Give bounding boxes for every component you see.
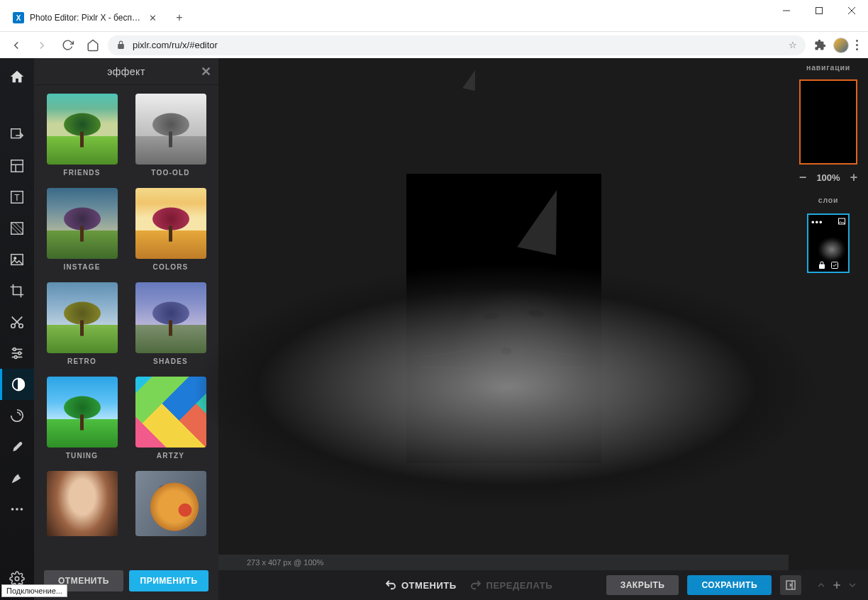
url-text: pixlr.com/ru/x/#editor: [133, 40, 218, 50]
browser-status-text: Подключение...: [1, 584, 67, 597]
layer-down-icon[interactable]: [847, 579, 858, 591]
browser-tab[interactable]: X Photo Editor: Pixlr X - бесплатны ✕: [6, 6, 164, 30]
layer-lock-icon[interactable]: [818, 261, 826, 270]
tab-close-icon[interactable]: ✕: [149, 13, 157, 23]
save-button[interactable]: СОХРАНИТЬ: [687, 575, 772, 595]
layer-type-image-icon: [838, 217, 846, 226]
layer-thumbnail[interactable]: •••: [807, 213, 850, 273]
browser-menu-button[interactable]: [856, 40, 858, 50]
layer-up-icon[interactable]: [816, 579, 827, 591]
profile-avatar[interactable]: [833, 38, 849, 53]
lock-icon: [116, 40, 126, 50]
window-close-button[interactable]: [835, 0, 868, 21]
browser-toolbar: pixlr.com/ru/x/#editor ☆: [0, 31, 868, 58]
back-button[interactable]: [6, 35, 27, 56]
svg-rect-1: [816, 8, 823, 14]
bookmark-star-icon[interactable]: ☆: [789, 40, 797, 50]
navigation-thumbnail[interactable]: [799, 79, 857, 165]
forward-button[interactable]: [31, 35, 52, 56]
bottom-action-bar: ОТМЕНИТЬ ПЕРЕДЕЛАТЬ ЗАКРЫТЬ СОХРАНИТЬ: [218, 570, 868, 600]
pixlr-favicon: X: [13, 12, 24, 23]
extensions-icon[interactable]: [814, 39, 826, 51]
redo-icon: [469, 579, 482, 591]
window-maximize-button[interactable]: [803, 0, 835, 21]
add-layer-icon[interactable]: [831, 579, 842, 591]
reload-button[interactable]: [57, 35, 78, 56]
new-tab-button[interactable]: +: [169, 8, 189, 28]
layer-visible-icon[interactable]: [830, 261, 839, 270]
redo-button: ПЕРЕДЕЛАТЬ: [469, 579, 552, 591]
toggle-right-panel-button[interactable]: [780, 575, 801, 595]
undo-button[interactable]: ОТМЕНИТЬ: [384, 579, 457, 591]
close-button[interactable]: ЗАКРЫТЬ: [606, 575, 679, 595]
undo-icon: [384, 579, 397, 591]
home-button[interactable]: [82, 35, 104, 56]
address-bar[interactable]: pixlr.com/ru/x/#editor ☆: [108, 35, 806, 55]
window-minimize-button[interactable]: [770, 0, 803, 21]
layer-menu-icon[interactable]: •••: [811, 217, 823, 228]
tab-title: Photo Editor: Pixlr X - бесплатны: [30, 13, 143, 23]
window-titlebar: X Photo Editor: Pixlr X - бесплатны ✕ +: [0, 0, 868, 31]
